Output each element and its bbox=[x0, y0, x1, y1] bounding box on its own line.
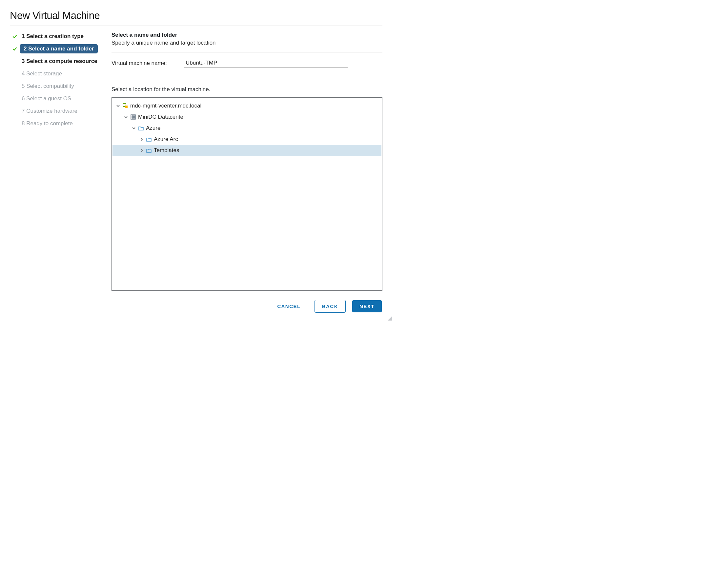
wizard-step-6: 6 Select a guest OS bbox=[10, 94, 108, 103]
section-subtitle: Specify a unique name and target locatio… bbox=[111, 40, 382, 52]
wizard-step-5: 5 Select compatibility bbox=[10, 82, 108, 91]
checkmark-icon bbox=[10, 34, 20, 39]
wizard-step-label: 5 Select compatibility bbox=[20, 82, 76, 91]
tree-node-label: mdc-mgmt-vcenter.mdc.local bbox=[130, 103, 201, 109]
chevron-down-icon[interactable] bbox=[124, 115, 128, 119]
vm-name-label: Virtual machine name: bbox=[111, 60, 177, 66]
tree-node-label: Templates bbox=[154, 147, 179, 154]
chevron-right-icon[interactable] bbox=[139, 148, 144, 153]
location-label: Select a location for the virtual machin… bbox=[111, 86, 382, 93]
wizard-main-panel: Select a name and folder Specify a uniqu… bbox=[111, 32, 382, 291]
svg-rect-6 bbox=[134, 117, 135, 118]
chevron-down-icon[interactable] bbox=[131, 126, 136, 130]
wizard-step-label: 2 Select a name and folder bbox=[20, 44, 98, 54]
wizard-step-label: 7 Customize hardware bbox=[20, 106, 79, 116]
tree-node[interactable]: MiniDC Datacenter bbox=[113, 111, 382, 123]
svg-rect-1 bbox=[125, 106, 127, 108]
svg-rect-4 bbox=[134, 116, 135, 117]
svg-rect-3 bbox=[132, 116, 133, 117]
wizard-step-label: 1 Select a creation type bbox=[20, 32, 86, 41]
tree-node[interactable]: mdc-mgmt-vcenter.mdc.local bbox=[113, 100, 382, 111]
wizard-step-label: 8 Ready to complete bbox=[20, 119, 75, 128]
svg-rect-5 bbox=[132, 117, 133, 118]
dialog-title: New Virtual Machine bbox=[10, 10, 382, 26]
wizard-step-label: 4 Select storage bbox=[20, 69, 64, 78]
location-tree[interactable]: mdc-mgmt-vcenter.mdc.localMiniDC Datacen… bbox=[111, 97, 382, 291]
tree-node-label: Azure bbox=[146, 125, 160, 131]
svg-rect-2 bbox=[131, 115, 136, 119]
chevron-right-icon[interactable] bbox=[139, 137, 144, 142]
wizard-footer: Cancel Back Next bbox=[10, 300, 382, 313]
cancel-button[interactable]: Cancel bbox=[270, 300, 308, 312]
wizard-step-4: 4 Select storage bbox=[10, 69, 108, 78]
tree-node[interactable]: Templates bbox=[113, 145, 382, 156]
section-title: Select a name and folder bbox=[111, 32, 382, 38]
next-button[interactable]: Next bbox=[352, 300, 382, 312]
tree-node[interactable]: Azure Arc bbox=[113, 134, 382, 145]
wizard-steps: 1 Select a creation type2 Select a name … bbox=[10, 32, 111, 291]
wizard-step-label: 3 Select a compute resource bbox=[20, 57, 99, 66]
wizard-step-2[interactable]: 2 Select a name and folder bbox=[10, 44, 108, 54]
chevron-down-icon[interactable] bbox=[116, 104, 120, 108]
tree-node[interactable]: Azure bbox=[113, 123, 382, 134]
wizard-step-1[interactable]: 1 Select a creation type bbox=[10, 32, 108, 41]
new-vm-wizard-dialog: New Virtual Machine 1 Select a creation … bbox=[0, 0, 392, 320]
dialog-body: 1 Select a creation type2 Select a name … bbox=[10, 26, 382, 291]
checkmark-icon bbox=[10, 46, 20, 51]
wizard-step-7: 7 Customize hardware bbox=[10, 106, 108, 116]
wizard-step-8: 8 Ready to complete bbox=[10, 119, 108, 128]
tree-node-label: Azure Arc bbox=[154, 136, 178, 143]
vm-name-input[interactable] bbox=[184, 58, 348, 68]
wizard-step-3[interactable]: 3 Select a compute resource bbox=[10, 57, 108, 66]
resize-handle-icon[interactable] bbox=[388, 316, 392, 320]
wizard-step-label: 6 Select a guest OS bbox=[20, 94, 73, 103]
tree-node-label: MiniDC Datacenter bbox=[138, 114, 185, 120]
vm-name-row: Virtual machine name: bbox=[111, 52, 382, 70]
back-button[interactable]: Back bbox=[314, 300, 346, 313]
